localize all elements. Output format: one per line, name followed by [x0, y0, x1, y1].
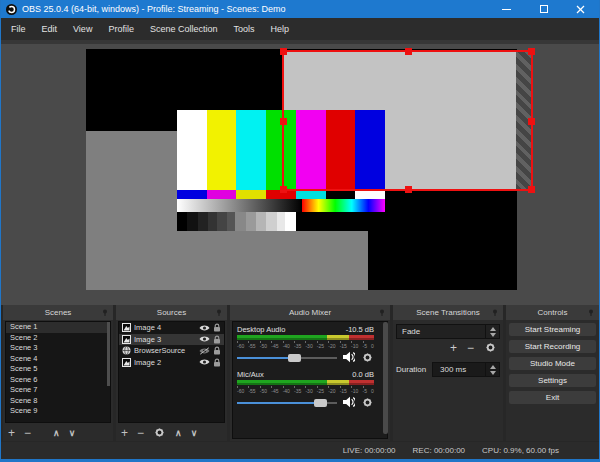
smpte-gradient-row — [177, 199, 385, 212]
maximize-button[interactable] — [525, 0, 562, 18]
scenes-list: Scene 1 Scene 2 Scene 3 Scene 4 Scene 5 … — [5, 321, 111, 423]
move-scene-down-button[interactable]: ∨ — [69, 428, 76, 438]
scene-item[interactable]: Scene 5 — [6, 364, 110, 375]
scene-item[interactable]: Scene 2 — [6, 333, 110, 344]
scene-item[interactable]: Scene 1 — [6, 322, 110, 333]
scenes-scrollbar[interactable] — [107, 322, 110, 386]
eye-icon[interactable] — [199, 324, 210, 332]
selection-handle-bottom-right[interactable] — [528, 186, 535, 193]
source-item[interactable]: Image 2 — [119, 357, 224, 369]
selection-handle-bottom-mid[interactable] — [405, 186, 412, 193]
pin-icon[interactable] — [588, 309, 595, 317]
lock-icon[interactable] — [213, 323, 221, 332]
source-item[interactable]: BrowserSource — [119, 345, 224, 357]
meter-tick-labels: -60-55-50-45-40-35-30-25-20-15-10-50 — [237, 343, 374, 349]
scene-item[interactable]: Scene 9 — [6, 406, 110, 417]
bar-white — [177, 110, 207, 190]
channel-gear-icon[interactable] — [361, 351, 374, 364]
transitions-title-label: Scene Transitions — [416, 308, 480, 317]
speaker-icon[interactable] — [343, 351, 355, 363]
add-scene-button[interactable]: + — [8, 427, 15, 439]
remove-scene-button[interactable]: − — [24, 427, 31, 439]
pin-icon[interactable] — [379, 309, 386, 317]
duration-spinner[interactable] — [485, 363, 499, 376]
remove-transition-button[interactable]: − — [467, 342, 474, 354]
controls-title-label: Controls — [538, 308, 568, 317]
cast-black — [326, 190, 356, 199]
transition-select[interactable]: Fade — [396, 324, 500, 339]
cpu-fps: CPU: 0.9%, 60.00 fps — [482, 446, 559, 455]
volume-meter — [237, 380, 374, 385]
scene-item[interactable]: Scene 3 — [6, 343, 110, 354]
start-recording-button[interactable]: Start Recording — [509, 340, 596, 353]
controls-panel: Controls Start Streaming Start Recording… — [506, 305, 599, 441]
transition-properties-gear-icon[interactable] — [484, 341, 497, 354]
transitions-panel-title: Scene Transitions — [393, 305, 503, 320]
move-source-up-button[interactable]: ∧ — [175, 428, 182, 438]
settings-button[interactable]: Settings — [509, 374, 596, 387]
volume-slider[interactable] — [237, 353, 337, 362]
exit-button[interactable]: Exit — [509, 391, 596, 404]
volume-slider-handle[interactable] — [314, 399, 327, 407]
selection-handle-top-mid[interactable] — [405, 48, 412, 55]
image-source-icon — [122, 358, 131, 367]
smpte-step-wedge — [177, 212, 385, 231]
move-scene-up-button[interactable]: ∧ — [53, 428, 60, 438]
menu-file[interactable]: File — [3, 18, 34, 40]
channel-gear-icon[interactable] — [361, 396, 374, 409]
lock-icon[interactable] — [213, 335, 221, 344]
menu-edit[interactable]: Edit — [34, 18, 66, 40]
volume-slider-handle[interactable] — [288, 354, 301, 362]
image-source-icon — [122, 335, 131, 344]
grayscale-gradient — [177, 199, 302, 212]
move-source-down-button[interactable]: ∨ — [191, 428, 198, 438]
menubar: File Edit View Profile Scene Collection … — [1, 18, 599, 40]
window-title: OBS 25.0.4 (64-bit, windows) - Profile: … — [22, 4, 286, 14]
studio-mode-button[interactable]: Studio Mode — [509, 357, 596, 370]
source-item[interactable]: Image 4 — [119, 322, 224, 334]
pin-icon[interactable] — [492, 309, 499, 317]
source-item[interactable]: Image 3 — [119, 334, 224, 346]
scenes-toolbar: + − ∧ ∨ — [8, 426, 109, 439]
pin-icon[interactable] — [216, 309, 223, 317]
add-transition-button[interactable]: + — [450, 342, 457, 354]
eye-icon[interactable] — [199, 335, 210, 343]
scene-item[interactable]: Scene 4 — [6, 354, 110, 365]
minimize-button[interactable] — [488, 0, 525, 18]
add-source-button[interactable]: + — [121, 427, 128, 439]
mixer-scrollbar[interactable] — [383, 322, 388, 434]
window-controls — [488, 0, 599, 18]
source-properties-gear-icon[interactable] — [153, 426, 166, 439]
start-streaming-button[interactable]: Start Streaming — [509, 323, 596, 336]
duration-spinbox[interactable]: 300 ms — [432, 362, 500, 377]
eye-off-icon[interactable] — [199, 347, 210, 355]
menu-scene-collection[interactable]: Scene Collection — [142, 18, 226, 40]
image-source-icon — [122, 323, 131, 332]
lock-icon[interactable] — [213, 346, 221, 355]
preview-area — [1, 40, 599, 305]
pin-icon[interactable] — [102, 309, 109, 317]
eye-icon[interactable] — [199, 358, 210, 366]
selection-handle-top-right[interactable] — [528, 48, 535, 55]
channel-level-db: 0.0 dB — [352, 370, 374, 379]
lock-icon[interactable] — [213, 358, 221, 367]
volume-slider[interactable] — [237, 398, 337, 407]
scene-item[interactable]: Scene 6 — [6, 375, 110, 386]
obs-window: OBS 25.0.4 (64-bit, windows) - Profile: … — [0, 0, 600, 462]
scene-item[interactable]: Scene 8 — [6, 396, 110, 407]
close-button[interactable] — [562, 0, 599, 18]
remove-source-button[interactable]: − — [137, 427, 144, 439]
combo-spinner[interactable] — [485, 325, 499, 338]
selection-handle-mid-left[interactable] — [280, 118, 287, 125]
menu-profile[interactable]: Profile — [100, 18, 142, 40]
menu-help[interactable]: Help — [262, 18, 297, 40]
speaker-icon[interactable] — [343, 396, 355, 408]
selection-handle-mid-right[interactable] — [528, 118, 535, 125]
selection-handle-bottom-left[interactable] — [280, 186, 287, 193]
statusbar: LIVE: 00:00:00 REC: 00:00:00 CPU: 0.9%, … — [1, 442, 599, 459]
scene-item[interactable]: Scene 7 — [6, 385, 110, 396]
menu-view[interactable]: View — [65, 18, 100, 40]
selection-handle-top-left[interactable] — [280, 48, 287, 55]
sources-title-label: Sources — [157, 308, 186, 317]
menu-tools[interactable]: Tools — [225, 18, 262, 40]
